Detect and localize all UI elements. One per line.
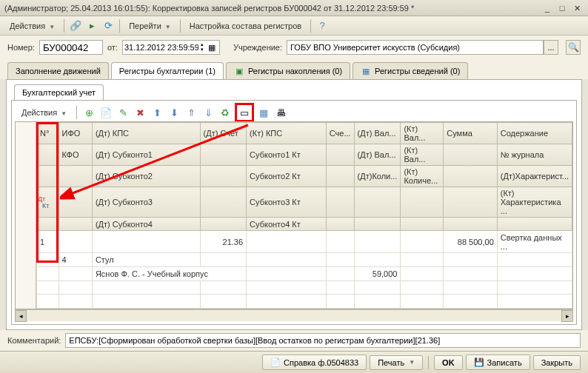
titlebar: (Администратор; 25.04.2013 16:01:55): Ко… <box>0 0 588 16</box>
go-menu[interactable]: Перейти ▼ <box>124 19 176 33</box>
tab-accounting[interactable]: Регистры бухгалтерии (1) <box>111 62 224 79</box>
comment-row: Комментарий: <box>0 330 588 351</box>
row-markers <box>16 122 36 309</box>
maximize-button[interactable]: □ <box>555 2 569 14</box>
main-toolbar: Действия ▼ 🔗 ▸ ⟳ Перейти ▼ Настройка сос… <box>0 16 588 36</box>
table-row[interactable]: Яснов Ф. С. - Учебный корпус59,000 <box>37 266 572 280</box>
actions-menu[interactable]: Действия ▼ <box>4 19 60 33</box>
highlighted-button-box: ▭ <box>235 103 254 122</box>
header-row-2: КФО(Дт) Субконто1Субконто1 Кт(Дт) Вал...… <box>37 144 572 166</box>
tab-info[interactable]: ▦Регистры сведений (0) <box>353 62 468 79</box>
help-icon[interactable]: ? <box>315 19 330 33</box>
calendar-icon[interactable]: ▦ <box>206 40 218 55</box>
content-panel: Бухгалтерский учет Действия ▼ ⊕ 📄 ✎ ✖ ⬆ … <box>6 79 582 330</box>
move-up-icon[interactable]: ⬆ <box>150 105 164 120</box>
close-button[interactable]: ✕ <box>570 2 584 14</box>
minimize-button[interactable]: _ <box>541 2 554 14</box>
edit-icon[interactable]: ✎ <box>116 105 130 120</box>
run-icon[interactable]: ▸ <box>84 19 99 33</box>
help-form-button[interactable]: 📄Справка ф.0504833 <box>262 354 367 370</box>
comment-input[interactable] <box>65 333 581 348</box>
save-button[interactable]: 💾Записать <box>466 354 530 370</box>
number-input[interactable] <box>39 40 103 55</box>
plus-icon: ▣ <box>234 66 244 76</box>
table-row[interactable] <box>37 280 572 295</box>
window-title: (Администратор; 25.04.2013 16:01:55): Ко… <box>4 4 539 13</box>
grid-icon: ▦ <box>361 66 371 76</box>
sub-content: Действия ▼ ⊕ 📄 ✎ ✖ ⬆ ⬇ ⇑ ⇓ ♻ ▭ ▦ 🖶 <box>11 100 577 325</box>
table-row[interactable]: 4Стул <box>37 253 572 267</box>
institution-label: Учреждение: <box>233 43 282 52</box>
tab-accumulation[interactable]: ▣Регистры накопления (0) <box>226 62 350 79</box>
add-icon[interactable]: ⊕ <box>81 105 96 120</box>
ok-button[interactable]: OK <box>434 355 463 370</box>
close-window-button[interactable]: Закрыть <box>533 355 581 370</box>
sort-asc-icon[interactable]: ⇑ <box>184 105 198 120</box>
horizontal-scrollbar[interactable]: ◂ ▸ <box>15 309 573 321</box>
link-icon[interactable]: 🔗 <box>68 19 83 33</box>
table-row[interactable] <box>37 295 572 309</box>
print-button[interactable]: Печать ▼ <box>370 355 423 370</box>
tab-fill[interactable]: Заполнение движений <box>7 62 109 79</box>
header-form: Номер: от: ▲▼ ▦ Учреждение: ... 🔍 <box>0 36 588 59</box>
header-row-5: (Дт) Субконто4Субконто4 Кт <box>37 218 572 231</box>
refresh-icon[interactable]: ⟳ <box>101 19 116 33</box>
scroll-right-icon[interactable]: ▸ <box>561 310 573 322</box>
grid-toolbar: Действия ▼ ⊕ 📄 ✎ ✖ ⬆ ⬇ ⇑ ⇓ ♻ ▭ ▦ 🖶 <box>15 104 573 121</box>
institution-search-button[interactable]: 🔍 <box>566 40 581 55</box>
institution-select-button[interactable]: ... <box>544 40 558 55</box>
from-label: от: <box>107 43 118 52</box>
subtab-accounting[interactable]: Бухгалтерский учет <box>14 84 104 100</box>
grid[interactable]: ДтКт N° ИФО (Дт) КПС (Дт) Счет (Кт) КПС … <box>15 121 573 309</box>
date-input[interactable] <box>124 43 198 52</box>
header-row-3: (Дт) Субконто2Субконто2 Кт(Дт)Коли...(Кт… <box>37 166 572 187</box>
date-spinner[interactable]: ▲▼ <box>198 42 206 53</box>
date-input-wrap: ▲▼ ▦ <box>122 40 220 55</box>
register-tabs: Заполнение движений Регистры бухгалтерии… <box>0 59 588 79</box>
grid-actions-menu[interactable]: Действия ▼ <box>16 106 72 119</box>
settings-icon[interactable]: ▦ <box>256 105 271 120</box>
print-icon[interactable]: 🖶 <box>273 105 288 120</box>
scroll-left-icon[interactable]: ◂ <box>15 310 27 322</box>
move-down-icon[interactable]: ⬇ <box>167 105 181 120</box>
delete-icon[interactable]: ✖ <box>133 105 147 120</box>
institution-wrap: ... <box>287 40 558 55</box>
comment-label: Комментарий: <box>7 336 61 345</box>
institution-input[interactable] <box>287 40 544 55</box>
header-row-4: (Дт) Субконто3Субконто3 Кт(Кт) Характери… <box>37 187 572 218</box>
registers-setup-button[interactable]: Настройка состава регистров <box>184 19 307 33</box>
template-icon[interactable]: ▭ <box>237 105 252 120</box>
footer: 📄Справка ф.0504833 Печать ▼ OK 💾Записать… <box>0 351 588 373</box>
number-label: Номер: <box>7 43 35 52</box>
sort-desc-icon[interactable]: ⇓ <box>201 105 216 120</box>
refresh-grid-icon[interactable]: ♻ <box>218 105 233 120</box>
header-row-1: N° ИФО (Дт) КПС (Дт) Счет (Кт) КПС Сче..… <box>37 123 572 144</box>
copy-icon[interactable]: 📄 <box>98 105 113 120</box>
table-row[interactable]: 121.3688 500,00Свертка данных ... <box>37 231 572 253</box>
dt-kt-marker: ДтКт <box>38 196 49 209</box>
